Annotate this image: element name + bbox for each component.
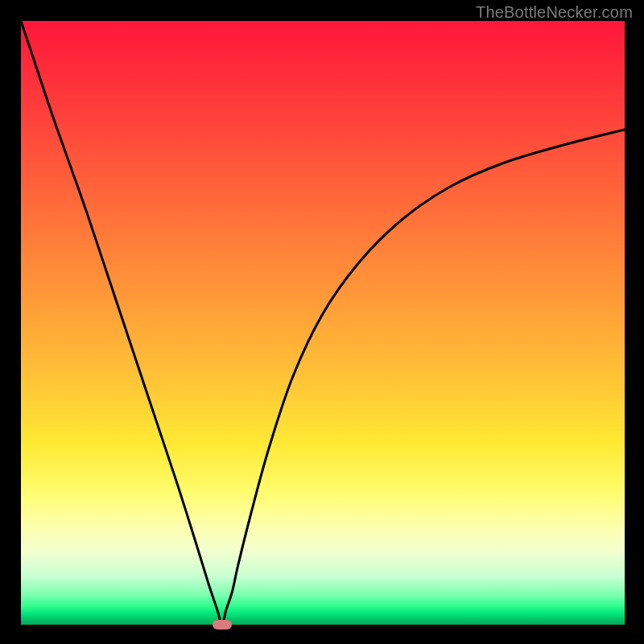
bottleneck-curve — [21, 21, 625, 625]
optimal-marker — [213, 620, 232, 630]
curve-svg — [21, 21, 625, 625]
watermark-text: TheBottleNecker.com — [476, 3, 633, 22]
plot-area — [21, 21, 625, 625]
chart-stage: TheBottleNecker.com — [0, 0, 644, 644]
